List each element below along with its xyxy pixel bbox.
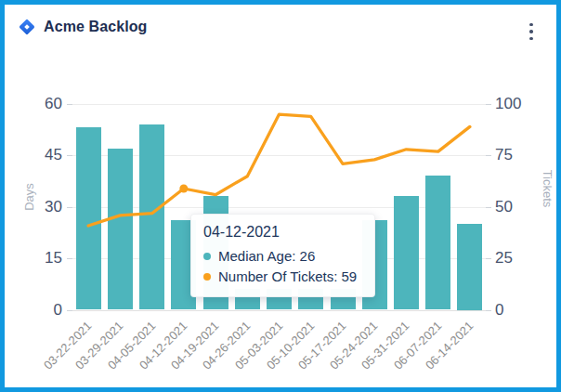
tooltip-row: Median Age: 26 [203,246,361,267]
app-logo-icon [18,18,36,36]
tooltip-series-dot [203,253,211,260]
right-axis-tick [486,155,491,156]
chart-tooltip: 04-12-2021 Median Age: 26Number Of Ticke… [190,214,375,297]
backlog-widget: Acme Backlog Days Tickets 01530456002550… [0,0,561,392]
left-axis-tick-label: 30 [20,198,62,216]
right-axis-title: Tickets [541,170,554,208]
hover-point-marker[interactable] [179,184,188,192]
tickets-line[interactable] [88,114,470,226]
tooltip-series-value: Median Age: 26 [218,246,315,267]
right-axis-tick [486,207,491,208]
tooltip-series-dot [203,273,211,281]
right-axis-tick-label: 100 [495,95,538,113]
left-axis-tick-label: 45 [20,146,62,164]
right-axis-tick [486,310,491,311]
right-axis-tick-label: 0 [495,301,538,320]
right-axis-tick-label: 75 [495,146,538,164]
right-axis-tick-label: 25 [495,249,538,268]
kebab-menu-icon[interactable] [522,19,541,45]
left-axis-tick-label: 60 [20,95,62,113]
left-axis-tick [67,310,72,311]
left-axis-tick-label: 15 [20,249,62,268]
gridline [72,310,486,311]
tooltip-row: Number Of Tickets: 59 [203,267,361,287]
left-axis-tick-label: 0 [20,301,62,320]
tooltip-date: 04-12-2021 [203,222,361,242]
right-axis-tick [486,104,491,105]
page-title: Acme Backlog [44,18,147,36]
right-axis-tick-label: 50 [495,198,538,216]
tooltip-series-value: Number Of Tickets: 59 [218,267,357,287]
right-axis-tick [486,258,491,259]
